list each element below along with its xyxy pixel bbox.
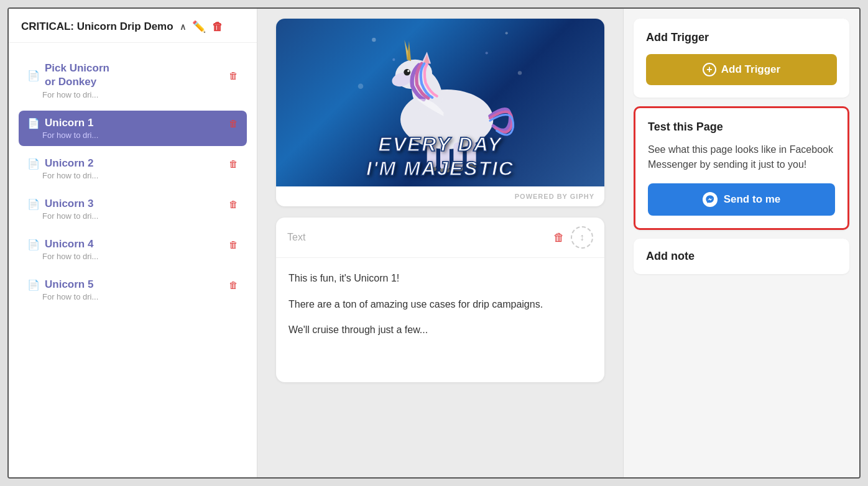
test-page-title: Test this Page <box>648 121 835 134</box>
trash-icon-2[interactable]: 🗑 <box>229 158 238 169</box>
send-to-me-label: Send to me <box>724 193 781 206</box>
sidebar-item-unicorn-1[interactable]: 📄 Unicorn 1 🗑 For how to dri... <box>19 111 247 146</box>
text-content-0: This is fun, it's Unicorn 1! <box>289 270 592 287</box>
sidebar-items-list: 📄 Pick Unicornor Donkey 🗑 For how to dri… <box>9 43 257 320</box>
sidebar-item-label-0: Pick Unicornor Donkey <box>45 62 224 89</box>
sidebar-item-pick-unicorn-donkey[interactable]: 📄 Pick Unicornor Donkey 🗑 For how to dri… <box>19 55 247 106</box>
trash-icon-5[interactable]: 🗑 <box>229 280 238 290</box>
text-card-move-handle[interactable]: ↕ <box>571 226 593 249</box>
sidebar-item-sub-5: For how to dri... <box>42 292 238 301</box>
text-card-label: Text <box>287 232 547 243</box>
send-to-me-button[interactable]: Send to me <box>648 183 835 216</box>
sidebar-item-sub-1: For how to dri... <box>42 131 238 140</box>
svg-point-2 <box>358 83 364 89</box>
svg-point-4 <box>392 58 395 61</box>
sidebar-item-label-1: Unicorn 1 <box>45 117 224 129</box>
gif-overlay-text: EVERY DAY I'M MAJESTIC <box>366 132 514 180</box>
svg-point-5 <box>486 52 488 54</box>
trash-icon-header[interactable]: 🗑 <box>212 21 223 34</box>
sidebar: CRITICAL: Unicorn Drip Demo ∧ ✏️ 🗑 📄 Pic… <box>9 9 257 477</box>
add-note-section: Add note <box>634 239 849 274</box>
document-icon-0: 📄 <box>27 70 40 81</box>
add-trigger-button[interactable]: + Add Trigger <box>646 54 837 85</box>
sidebar-title-text: CRITICAL: Unicorn Drip Demo <box>21 21 173 33</box>
sidebar-item-label-4: Unicorn 4 <box>45 238 224 250</box>
trash-icon-1[interactable]: 🗑 <box>229 118 238 129</box>
svg-point-1 <box>506 32 508 34</box>
sidebar-item-unicorn-2[interactable]: 📄 Unicorn 2 🗑 For how to dri... <box>19 151 247 186</box>
text-card-header: Text 🗑 ↕ <box>276 218 604 258</box>
document-icon-5: 📄 <box>27 279 40 291</box>
sidebar-header: CRITICAL: Unicorn Drip Demo ∧ ✏️ 🗑 <box>9 9 257 43</box>
sidebar-item-unicorn-4[interactable]: 📄 Unicorn 4 🗑 For how to dri... <box>19 232 247 267</box>
sidebar-item-label-5: Unicorn 5 <box>45 278 224 291</box>
sidebar-item-unicorn-3[interactable]: 📄 Unicorn 3 🗑 For how to dri... <box>19 191 247 227</box>
svg-point-15 <box>407 70 409 72</box>
add-trigger-button-label: Add Trigger <box>721 63 780 76</box>
add-trigger-card: Add Trigger + Add Trigger <box>634 19 849 98</box>
center-panel: EVERY DAY I'M MAJESTIC POWERED BY GIPHY … <box>257 9 623 477</box>
svg-point-0 <box>372 38 376 42</box>
chevron-up-icon: ∧ <box>180 22 186 32</box>
edit-icon[interactable]: ✏️ <box>192 20 206 34</box>
gif-footer: POWERED BY GIPHY <box>276 186 604 206</box>
test-page-description: See what this page looks like in Faceboo… <box>648 142 835 172</box>
svg-point-14 <box>404 69 410 76</box>
trash-icon-3[interactable]: 🗑 <box>229 199 238 209</box>
sidebar-title-row: CRITICAL: Unicorn Drip Demo ∧ ✏️ 🗑 <box>21 20 244 34</box>
text-card: Text 🗑 ↕ This is fun, it's Unicorn 1! Th… <box>276 218 604 382</box>
right-panel: Add Trigger + Add Trigger Test this Page… <box>623 9 859 477</box>
trash-icon-0[interactable]: 🗑 <box>229 70 238 81</box>
plus-circle-icon: + <box>703 63 716 76</box>
text-content-2: We'll cruise through just a few... <box>289 322 592 338</box>
messenger-icon <box>703 192 718 207</box>
sidebar-item-sub-0: For how to dri... <box>42 90 238 99</box>
sidebar-item-label-3: Unicorn 3 <box>45 198 224 210</box>
sidebar-item-sub-3: For how to dri... <box>42 211 238 221</box>
sidebar-item-unicorn-5[interactable]: 📄 Unicorn 5 🗑 For how to dri... <box>19 272 247 308</box>
trash-icon-4[interactable]: 🗑 <box>229 239 238 250</box>
gif-card: EVERY DAY I'M MAJESTIC POWERED BY GIPHY <box>276 19 604 206</box>
sidebar-item-sub-4: For how to dri... <box>42 252 238 261</box>
svg-point-3 <box>518 71 522 75</box>
text-card-trash-icon[interactable]: 🗑 <box>553 231 565 244</box>
gif-image-area: EVERY DAY I'M MAJESTIC <box>276 19 604 186</box>
text-content-1: There are a ton of amazing use cases for… <box>289 296 592 313</box>
document-icon-1: 📄 <box>27 117 40 129</box>
document-icon-4: 📄 <box>27 239 40 250</box>
gif-text-line1: EVERY DAY <box>378 133 502 155</box>
sidebar-item-label-2: Unicorn 2 <box>45 157 224 170</box>
test-page-card: Test this Page See what this page looks … <box>634 106 849 230</box>
add-note-title: Add note <box>646 250 837 263</box>
sidebar-item-sub-2: For how to dri... <box>42 171 238 180</box>
gif-text-line2: I'M MAJESTIC <box>366 157 514 180</box>
add-trigger-title: Add Trigger <box>646 31 837 44</box>
document-icon-3: 📄 <box>27 198 40 210</box>
document-icon-2: 📄 <box>27 158 40 170</box>
text-card-body[interactable]: This is fun, it's Unicorn 1! There are a… <box>276 258 604 382</box>
